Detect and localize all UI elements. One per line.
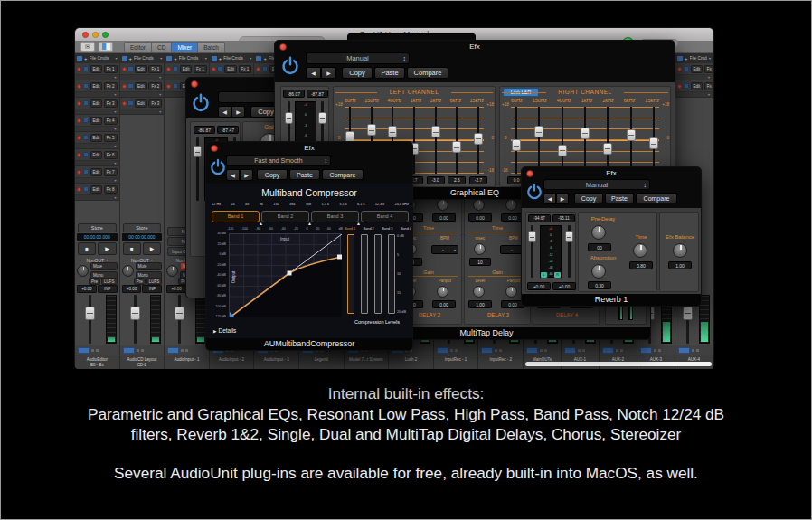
- tab-batch[interactable]: Batch: [198, 42, 225, 52]
- fx-slot-button[interactable]: Fx 5: [104, 134, 118, 142]
- fx-slot[interactable]: EditFx 4: [75, 115, 119, 127]
- compression-curve-graph[interactable]: Input Output: [229, 233, 341, 317]
- fx-enable-icon[interactable]: [684, 83, 690, 89]
- fx-enable-icon[interactable]: [217, 66, 223, 71]
- fx-edit-button[interactable]: Edit: [90, 134, 103, 142]
- record-enable-icon[interactable]: [212, 67, 216, 71]
- details-expander[interactable]: ▶Details: [213, 327, 236, 334]
- tab-mixer[interactable]: Mixer: [172, 42, 198, 52]
- fx-slot-button[interactable]: Fx 1: [704, 65, 713, 73]
- eq-band-slider[interactable]: [602, 107, 613, 174]
- record-enable-icon[interactable]: [77, 187, 81, 192]
- strip-select-button[interactable]: [564, 347, 576, 354]
- fx-enable-icon[interactable]: [83, 135, 90, 140]
- strip-header[interactable]: +File Cmds▾: [675, 53, 713, 63]
- fx-slot-button[interactable]: Fx 1: [194, 65, 207, 73]
- prev-preset-button[interactable]: ◀: [306, 67, 321, 79]
- pre-button[interactable]: Pre: [134, 278, 146, 285]
- horizontal-scrollbar[interactable]: [525, 362, 712, 366]
- fx-slot[interactable]: EditFx 1: [165, 63, 209, 75]
- fx-slot[interactable]: EditFx 2: [120, 80, 165, 92]
- preset-select[interactable]: Manual ↕: [306, 52, 410, 64]
- copy-button[interactable]: Copy: [574, 193, 603, 203]
- band-tab[interactable]: Band 4: [361, 211, 409, 222]
- band-split-handle[interactable]: ▲: [259, 222, 263, 226]
- paste-button[interactable]: Paste: [289, 169, 320, 180]
- slider-handle[interactable]: [627, 129, 636, 141]
- next-preset-button[interactable]: ▶: [321, 67, 336, 79]
- fx-edit-button[interactable]: Edit: [90, 99, 103, 108]
- slider-handle[interactable]: [581, 128, 590, 139]
- fx-enable-icon[interactable]: [173, 83, 179, 89]
- record-enable-icon[interactable]: [77, 84, 81, 89]
- msec-knob[interactable]: [474, 243, 486, 255]
- slider-handle[interactable]: [534, 126, 543, 137]
- volume-fader[interactable]: [167, 295, 193, 344]
- fx-edit-button[interactable]: Edit: [90, 185, 103, 194]
- pre-button[interactable]: Pre: [89, 278, 100, 285]
- record-enable-icon[interactable]: [677, 84, 682, 89]
- compare-button[interactable]: Compare: [322, 169, 364, 180]
- fx-slot[interactable]: EditFx 1: [675, 63, 713, 75]
- band-tab[interactable]: Band 1: [212, 211, 260, 222]
- fx-slot[interactable]: EditFx 3: [120, 98, 165, 109]
- fx-slot-button[interactable]: Fx 2: [148, 82, 162, 90]
- eq-band-slider[interactable]: [430, 107, 441, 174]
- eq-band-slider[interactable]: [626, 107, 637, 174]
- eq-band-slider[interactable]: [648, 107, 659, 174]
- record-enable-icon[interactable]: [122, 101, 127, 106]
- band-tab[interactable]: Band 3: [311, 211, 359, 222]
- slider-handle[interactable]: [474, 133, 483, 145]
- fader-handle[interactable]: [683, 307, 693, 320]
- eq-band-slider[interactable]: [473, 107, 484, 174]
- preset-select[interactable]: Manual ↕: [543, 179, 650, 190]
- fx-slot[interactable]: EditFx 3: [75, 98, 119, 109]
- store-button[interactable]: Store: [123, 223, 162, 232]
- tab-editor[interactable]: Editor: [124, 42, 152, 52]
- fx-edit-button[interactable]: Edit: [224, 65, 237, 73]
- fx-slot-button[interactable]: Fx 1: [148, 65, 162, 73]
- record-enable-icon[interactable]: [122, 67, 127, 71]
- fx-enable-icon[interactable]: [83, 186, 90, 192]
- fx-enable-icon[interactable]: [83, 83, 90, 89]
- strip-select-button[interactable]: [526, 347, 538, 354]
- mail-button[interactable]: ✉: [80, 42, 95, 52]
- power-icon[interactable]: [192, 92, 210, 114]
- fx-edit-button[interactable]: Edit: [691, 65, 703, 73]
- strip-select-button[interactable]: [481, 347, 493, 354]
- fx-enable-icon[interactable]: [83, 152, 90, 157]
- fx-slot-button[interactable]: Fx 6: [104, 151, 118, 159]
- preset-select[interactable]: Fast and Smooth ↕: [226, 155, 331, 166]
- fader-handle[interactable]: [130, 307, 140, 320]
- record-enable-icon[interactable]: [677, 67, 682, 71]
- next-preset-button[interactable]: ▶: [556, 193, 569, 204]
- fx-slot[interactable]: EditFx 2: [675, 80, 713, 92]
- record-enable-icon[interactable]: [77, 170, 81, 175]
- fader-handle[interactable]: [318, 112, 326, 124]
- fx-enable-icon[interactable]: [83, 100, 90, 106]
- strip-header[interactable]: +File Cmds▾: [75, 53, 119, 63]
- copy-button[interactable]: Copy: [257, 169, 288, 180]
- fx-slot-button[interactable]: Fx 3: [148, 99, 162, 108]
- channel-gain-knob[interactable]: [122, 265, 134, 277]
- fx-slot[interactable]: EditFx 5: [75, 132, 119, 144]
- fx-slot[interactable]: EditFx 1: [75, 63, 119, 75]
- channel-gain-knob[interactable]: [77, 265, 89, 277]
- fx-slot-button[interactable]: Fx 3: [104, 99, 118, 108]
- fader-handle[interactable]: [528, 231, 536, 242]
- slider-handle[interactable]: [649, 137, 658, 149]
- record-enable-icon[interactable]: [77, 67, 81, 71]
- strip-select-button[interactable]: [167, 347, 179, 354]
- efx-balance-knob[interactable]: [673, 243, 687, 258]
- fx-enable-icon[interactable]: [83, 66, 90, 71]
- layout-button[interactable]: [99, 42, 113, 52]
- paste-button[interactable]: Paste: [605, 193, 634, 203]
- record-enable-icon[interactable]: [77, 101, 81, 106]
- fx-enable-icon[interactable]: [83, 169, 90, 175]
- time-knob[interactable]: [633, 243, 647, 258]
- power-icon[interactable]: [526, 180, 543, 203]
- prev-preset-button[interactable]: ◀: [543, 193, 556, 204]
- slider-handle[interactable]: [367, 124, 376, 136]
- compare-button[interactable]: Compare: [636, 193, 677, 203]
- eq-band-slider[interactable]: [511, 107, 522, 174]
